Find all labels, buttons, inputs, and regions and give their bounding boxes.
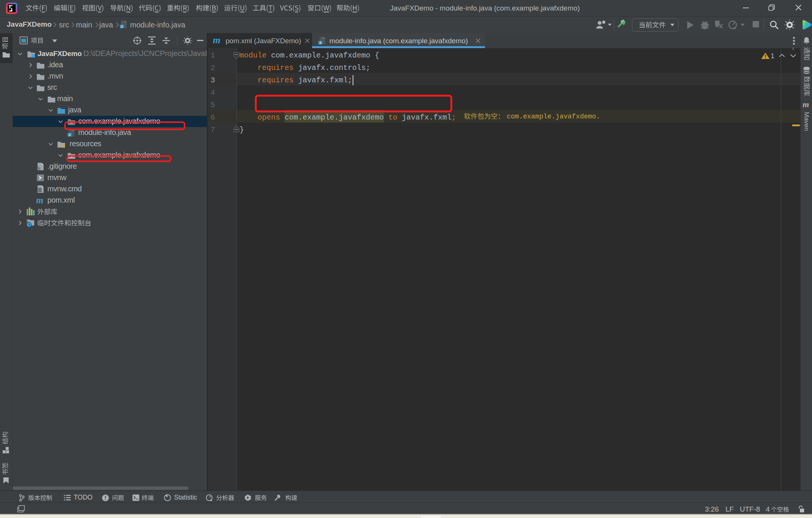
svg-text:m: m [803, 100, 809, 109]
svg-text:J: J [121, 25, 123, 29]
svg-text:m: m [36, 197, 43, 204]
svg-text:J: J [69, 133, 71, 137]
svg-text:m: m [213, 35, 220, 45]
svg-text:J: J [320, 41, 321, 45]
